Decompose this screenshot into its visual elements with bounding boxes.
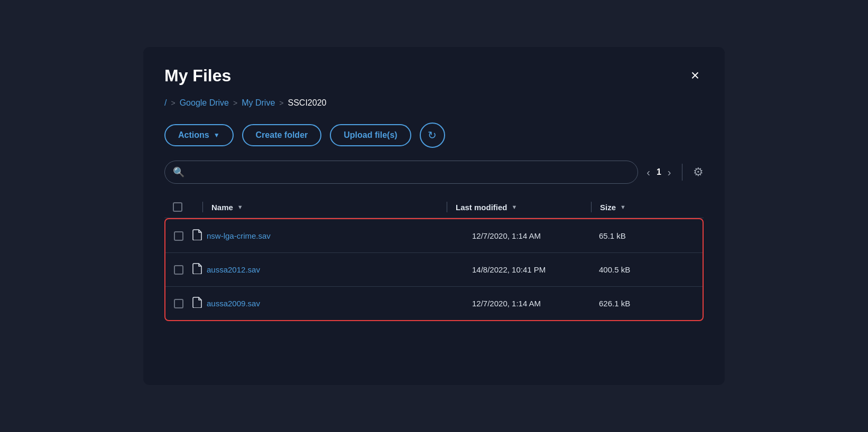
file-size-1: 400.5 kB: [599, 265, 694, 274]
create-folder-label: Create folder: [256, 130, 308, 140]
col-divider-1: [202, 202, 203, 212]
file-icon-2: [192, 296, 202, 311]
select-all-wrapper: [173, 202, 194, 212]
file-modified-1: 14/8/2022, 10:41 PM: [472, 265, 599, 274]
breadcrumb-sep-1: >: [171, 99, 175, 107]
settings-button[interactable]: ⚙: [693, 165, 704, 179]
refresh-icon: ↻: [428, 129, 437, 142]
file-name-0[interactable]: nsw-lga-crime.sav: [207, 231, 472, 240]
col-size-header[interactable]: Size ▼: [600, 203, 695, 212]
file-icon-0: [192, 229, 202, 243]
breadcrumb: / > Google Drive > My Drive > SSCI2020: [164, 98, 704, 108]
table-row: nsw-lga-crime.sav 12/7/2020, 1:14 AM 65.…: [165, 219, 703, 253]
dialog-header: My Files ×: [164, 66, 704, 86]
col-modified-header[interactable]: Last modified ▼: [456, 203, 583, 212]
files-container: nsw-lga-crime.sav 12/7/2020, 1:14 AM 65.…: [164, 218, 704, 321]
breadcrumb-root[interactable]: /: [164, 98, 167, 108]
file-checkbox-1[interactable]: [174, 265, 183, 275]
refresh-button[interactable]: ↻: [420, 123, 445, 148]
upload-label: Upload file(s): [344, 130, 397, 140]
modified-sort-icon: ▼: [512, 204, 518, 210]
search-icon: 🔍: [173, 166, 184, 178]
current-page: 1: [657, 167, 661, 177]
pagination: ‹ 1 › ⚙: [647, 164, 704, 181]
page-divider: [682, 164, 683, 181]
table-header: Name ▼ Last modified ▼ Size ▼: [164, 196, 704, 218]
file-name-2[interactable]: aussa2009.sav: [207, 299, 472, 308]
close-button[interactable]: ×: [687, 66, 704, 85]
modified-column-label: Last modified: [456, 203, 507, 212]
size-column-label: Size: [600, 203, 616, 212]
name-column-label: Name: [211, 203, 233, 212]
table-row: aussa2012.sav 14/8/2022, 10:41 PM 400.5 …: [165, 253, 703, 287]
next-page-button[interactable]: ›: [668, 166, 671, 179]
create-folder-button[interactable]: Create folder: [242, 124, 322, 146]
breadcrumb-current: SSCI2020: [288, 98, 327, 108]
dialog-title: My Files: [164, 66, 231, 86]
file-icon-1: [192, 262, 202, 277]
col-divider-2: [447, 202, 447, 212]
breadcrumb-google-drive[interactable]: Google Drive: [180, 98, 229, 108]
breadcrumb-sep-2: >: [233, 99, 237, 107]
file-name-1[interactable]: aussa2012.sav: [207, 265, 472, 274]
search-wrapper: 🔍: [164, 161, 638, 184]
table-row: aussa2009.sav 12/7/2020, 1:14 AM 626.1 k…: [165, 287, 703, 320]
toolbar: Actions ▼ Create folder Upload file(s) ↻: [164, 123, 704, 148]
upload-files-button[interactable]: Upload file(s): [330, 124, 411, 146]
actions-label: Actions: [178, 130, 209, 140]
file-modified-2: 12/7/2020, 1:14 AM: [472, 299, 599, 308]
file-modified-0: 12/7/2020, 1:14 AM: [472, 231, 599, 240]
breadcrumb-sep-3: >: [279, 99, 283, 107]
file-checkbox-0[interactable]: [174, 231, 183, 241]
select-all-checkbox[interactable]: [173, 202, 182, 212]
col-name-header[interactable]: Name ▼: [211, 203, 438, 212]
breadcrumb-my-drive[interactable]: My Drive: [242, 98, 275, 108]
search-row: 🔍 ‹ 1 › ⚙: [164, 161, 704, 184]
size-sort-icon: ▼: [620, 204, 626, 210]
name-sort-icon: ▼: [237, 204, 243, 210]
actions-button[interactable]: Actions ▼: [164, 124, 234, 146]
actions-dropdown-arrow: ▼: [214, 132, 220, 139]
my-files-dialog: My Files × / > Google Drive > My Drive >…: [143, 47, 725, 385]
file-size-0: 65.1 kB: [599, 231, 694, 240]
file-size-2: 626.1 kB: [599, 299, 694, 308]
col-divider-3: [591, 202, 592, 212]
search-input[interactable]: [164, 161, 638, 184]
file-checkbox-2[interactable]: [174, 299, 183, 308]
settings-icon: ⚙: [693, 165, 704, 179]
prev-page-button[interactable]: ‹: [647, 166, 650, 179]
